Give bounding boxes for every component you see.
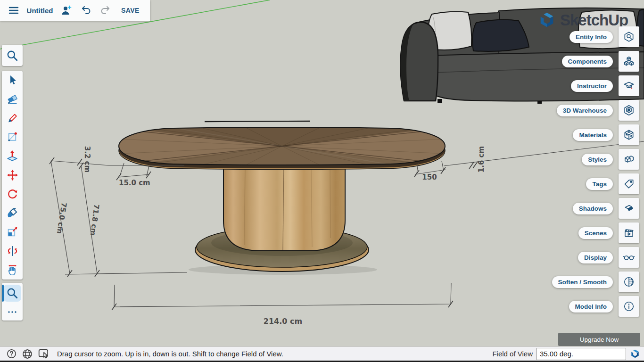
- hamburger-icon: [8, 6, 19, 15]
- panel-label-components: Components: [562, 56, 613, 67]
- components-icon: [623, 55, 635, 67]
- right-panel-row: Display: [578, 247, 639, 268]
- scenes-button[interactable]: [619, 222, 639, 243]
- pencil-icon: [7, 112, 18, 124]
- field-of-view-label: Field of View: [492, 350, 533, 358]
- scale-icon: [7, 226, 18, 238]
- left-toolbar-main-group: [2, 71, 23, 280]
- 3d-warehouse-button[interactable]: [619, 100, 639, 121]
- table-pedestal: [223, 165, 345, 251]
- shadows-button[interactable]: [619, 198, 639, 219]
- panel-label-instructor: Instructor: [571, 80, 613, 92]
- scale-tool-button[interactable]: [2, 222, 23, 241]
- dim-label-height-under-top: 71.8 cm: [89, 204, 101, 236]
- select-arrow-icon: [7, 74, 18, 86]
- paint-bucket-icon: [6, 207, 18, 219]
- scenes-icon: [623, 227, 635, 239]
- eraser-tool-button[interactable]: [2, 90, 23, 108]
- pan-tool-button[interactable]: [2, 261, 23, 280]
- push-pull-tool-button[interactable]: [2, 147, 23, 165]
- help-button[interactable]: [6, 348, 17, 359]
- materials-icon: [623, 129, 635, 141]
- right-panel-row: Model Info: [569, 296, 640, 317]
- right-panel-row: Entity Info: [570, 26, 639, 47]
- save-button[interactable]: SAVE: [118, 6, 142, 15]
- rectangle-shape-icon: [7, 131, 18, 143]
- dim-label-top-edge: 1.6 cm: [477, 146, 486, 173]
- orbit-icon: [7, 245, 18, 257]
- sofa-pillow-navy: [472, 20, 529, 51]
- panel-label-materials: Materials: [573, 129, 613, 141]
- status-bar: Drag cursor to zoom. Up is in, down is o…: [0, 346, 644, 361]
- right-panel-row: Materials: [573, 124, 639, 145]
- right-panel-row: Instructor: [571, 75, 639, 96]
- shapes-tool-button[interactable]: [2, 128, 23, 147]
- document-title: Untitled: [27, 7, 53, 15]
- orbit-tool-button[interactable]: [2, 242, 23, 261]
- active-tool-bar: [2, 285, 4, 302]
- search-tool-button[interactable]: [2, 46, 23, 65]
- sofa-foot: [438, 99, 442, 103]
- rotate-tool-button[interactable]: [2, 185, 23, 204]
- soften-smooth-button[interactable]: [619, 272, 639, 292]
- components-button[interactable]: [619, 51, 639, 72]
- entity-info-icon: [623, 31, 635, 43]
- search-icon: [6, 49, 18, 62]
- tags-icon: [623, 178, 635, 190]
- tags-button[interactable]: [619, 173, 639, 194]
- more-tools-button[interactable]: [2, 304, 23, 320]
- sketchup-app-window: 15.0 cm 150 1.6 cm 3.2 cm 75.0 cm 71.8 c…: [0, 0, 644, 362]
- right-panel-row: Styles: [582, 149, 639, 170]
- paint-bucket-tool-button[interactable]: [2, 204, 23, 222]
- soften-smooth-icon: [623, 276, 635, 288]
- right-panel-row: Components: [562, 51, 640, 72]
- panel-label-3d-warehouse: 3D Warehouse: [557, 105, 613, 116]
- undo-button[interactable]: [80, 5, 92, 16]
- dim-label-left-overhang: 15.0 cm: [119, 179, 150, 187]
- model-info-icon: [623, 300, 635, 313]
- instructor-icon: [623, 80, 635, 92]
- rotate-icon: [7, 188, 18, 200]
- entity-info-button[interactable]: [619, 26, 639, 47]
- panel-label-styles: Styles: [582, 154, 613, 165]
- move-tool-button[interactable]: [2, 165, 23, 184]
- pointer-icon: [38, 348, 50, 360]
- dim-label-overall-length: 214.0 cm: [264, 317, 302, 326]
- model-edge-line: [205, 121, 310, 122]
- display-button[interactable]: [619, 247, 639, 268]
- add-person-icon: [61, 5, 72, 16]
- line-tool-button[interactable]: [2, 109, 23, 128]
- eraser-icon: [6, 93, 18, 105]
- dim-label-overall-height: 75.0 cm: [55, 202, 68, 234]
- move-icon: [7, 169, 18, 181]
- status-message: Drag cursor to zoom. Up is in, down is o…: [57, 350, 283, 358]
- upgrade-now-button[interactable]: Upgrade Now: [558, 333, 640, 346]
- dim-label-right-overhang: 150: [422, 173, 437, 181]
- panel-label-tags: Tags: [586, 178, 613, 190]
- interaction-hint-button[interactable]: [38, 348, 50, 360]
- right-panel-row: Tags: [586, 173, 639, 194]
- collaborate-button[interactable]: [60, 4, 73, 16]
- dim-label-top-thickness: 3.2 cm: [83, 146, 91, 173]
- table-top: [118, 126, 448, 170]
- right-panel-row: 3D Warehouse: [557, 100, 639, 121]
- redo-button[interactable]: [99, 5, 111, 16]
- help-icon: [6, 348, 17, 359]
- display-icon: [622, 251, 636, 263]
- field-of-view-input[interactable]: [537, 348, 626, 360]
- panel-label-entity-info: Entity Info: [570, 31, 613, 43]
- instructor-button[interactable]: [619, 75, 639, 96]
- globe-icon: [22, 348, 33, 360]
- select-tool-button[interactable]: [2, 71, 23, 90]
- menu-button[interactable]: [8, 5, 20, 16]
- materials-button[interactable]: [619, 124, 639, 145]
- zoom-icon: [6, 287, 18, 299]
- sketchup-logo-icon: [630, 349, 640, 359]
- status-bar-right: Field of View: [492, 348, 640, 360]
- language-button[interactable]: [22, 348, 33, 360]
- model-info-button[interactable]: [619, 296, 639, 317]
- zoom-tool-button[interactable]: [2, 284, 23, 303]
- model-canvas[interactable]: 15.0 cm 150 1.6 cm 3.2 cm 75.0 cm 71.8 c…: [0, 0, 644, 362]
- redo-icon: [100, 6, 110, 15]
- styles-button[interactable]: [619, 149, 639, 170]
